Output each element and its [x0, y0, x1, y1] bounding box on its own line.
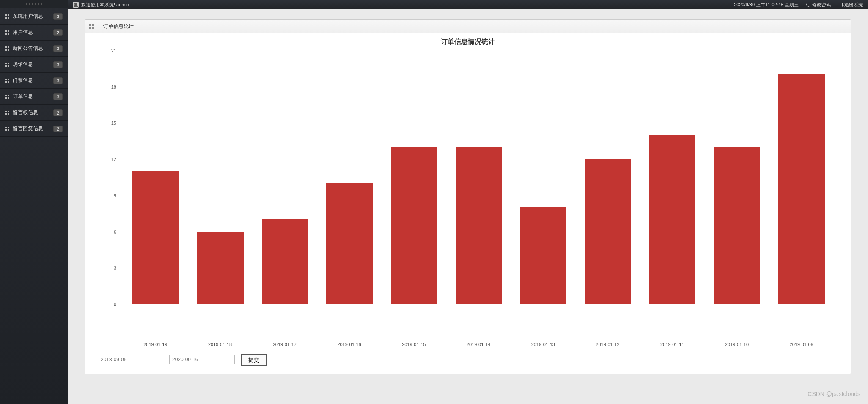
bar-slot — [446, 147, 511, 304]
x-label: 2019-01-18 — [188, 342, 253, 347]
y-axis: 036912151821 — [98, 51, 119, 304]
nav-item-label: 用户信息 — [13, 29, 53, 36]
watermark: CSDN @pastclouds — [808, 390, 860, 397]
bar-slot — [317, 183, 382, 304]
nav-item-label: 留言回复信息 — [13, 125, 53, 132]
grid-icon — [5, 30, 9, 35]
x-label: 2019-01-10 — [705, 342, 769, 347]
x-label: 2019-01-17 — [252, 342, 317, 347]
nav-item-label: 门票信息 — [13, 77, 53, 84]
logout-button[interactable]: 退出系统 — [838, 2, 863, 8]
grid-icon — [5, 79, 9, 83]
bar-slot — [511, 207, 576, 304]
grid-icon — [5, 14, 9, 19]
bar[interactable] — [778, 74, 825, 304]
y-tick: 21 — [111, 48, 116, 53]
nav-item-badge: 3 — [53, 61, 63, 68]
nav-item-label: 留言板信息 — [13, 109, 53, 116]
bar-slot — [188, 232, 253, 304]
nav-item-0[interactable]: 系统用户信息3 — [0, 8, 68, 25]
topbar: 欢迎使用本系统! admin 2020/9/30 上午11:02:48 星期三 … — [68, 0, 868, 9]
x-label: 2019-01-12 — [575, 342, 640, 347]
bar-slot — [253, 219, 317, 304]
x-axis: 2019-01-192019-01-182019-01-172019-01-16… — [119, 339, 838, 347]
chart-area: 订单信息情况统计 036912151821 2019-01-192019-01-… — [85, 33, 851, 374]
end-date-input[interactable] — [169, 355, 235, 364]
nav-item-3[interactable]: 场馆信息3 — [0, 57, 68, 73]
y-tick: 6 — [114, 229, 116, 235]
nav-item-label: 系统用户信息 — [13, 13, 53, 20]
bar[interactable] — [262, 219, 308, 304]
chart-canvas: 036912151821 — [98, 51, 838, 339]
nav-item-label: 订单信息 — [13, 93, 53, 100]
bar[interactable] — [456, 147, 502, 304]
y-tick: 3 — [114, 265, 116, 270]
app-root: 系统用户信息3用户信息2新闻公告信息3场馆信息3门票信息3订单信息3留言板信息2… — [0, 0, 868, 404]
panel: 订单信息统计 订单信息情况统计 036912151821 2019-01-192… — [85, 19, 851, 374]
x-label: 2019-01-13 — [511, 342, 575, 347]
welcome-text: 欢迎使用本系统! admin — [81, 2, 129, 8]
plot-area — [119, 51, 838, 304]
y-tick: 9 — [114, 193, 116, 198]
chart-title: 订单信息情况统计 — [98, 38, 838, 46]
bar-slot — [769, 74, 834, 304]
bar[interactable] — [326, 183, 373, 304]
filter-form: 提交 — [98, 347, 838, 366]
exit-icon — [838, 3, 843, 6]
bar[interactable] — [197, 232, 244, 304]
y-tick: 18 — [111, 85, 116, 90]
y-tick: 12 — [111, 157, 116, 162]
x-label: 2019-01-15 — [382, 342, 446, 347]
change-password-button[interactable]: 修改密码 — [806, 2, 831, 8]
nav-item-badge: 2 — [53, 29, 63, 36]
bar[interactable] — [520, 207, 566, 304]
x-label: 2019-01-16 — [317, 342, 382, 347]
start-date-input[interactable] — [98, 355, 163, 364]
bar-slot — [640, 135, 705, 304]
main-area: 欢迎使用本系统! admin 2020/9/30 上午11:02:48 星期三 … — [68, 0, 868, 404]
logout-label: 退出系统 — [844, 2, 863, 8]
nav-item-label: 场馆信息 — [13, 61, 53, 68]
grid-icon — [5, 127, 9, 131]
change-password-label: 修改密码 — [812, 2, 831, 8]
nav-item-badge: 2 — [53, 126, 63, 132]
bar[interactable] — [132, 171, 179, 304]
x-label: 2019-01-11 — [640, 342, 705, 347]
nav-item-label: 新闻公告信息 — [13, 45, 53, 52]
nav-item-badge: 2 — [53, 109, 63, 116]
bar-slot — [124, 171, 188, 304]
nav-item-7[interactable]: 留言回复信息2 — [0, 121, 68, 137]
content-area: 订单信息统计 订单信息情况统计 036912151821 2019-01-192… — [68, 9, 868, 404]
bar[interactable] — [714, 147, 760, 304]
sidebar: 系统用户信息3用户信息2新闻公告信息3场馆信息3门票信息3订单信息3留言板信息2… — [0, 0, 68, 404]
bar-slot — [705, 147, 769, 304]
y-tick: 0 — [114, 302, 116, 307]
bar[interactable] — [585, 159, 631, 304]
nav-item-6[interactable]: 留言板信息2 — [0, 105, 68, 121]
nav-item-1[interactable]: 用户信息2 — [0, 25, 68, 41]
grid-icon — [89, 24, 94, 29]
x-label: 2019-01-09 — [769, 342, 834, 347]
nav-item-4[interactable]: 门票信息3 — [0, 73, 68, 89]
x-label: 2019-01-14 — [446, 342, 511, 347]
submit-button[interactable]: 提交 — [241, 354, 267, 366]
nav-item-badge: 3 — [53, 93, 63, 100]
grid-icon — [5, 95, 9, 99]
y-tick: 15 — [111, 120, 116, 126]
nav-item-5[interactable]: 订单信息3 — [0, 89, 68, 105]
bar-slot — [382, 147, 447, 304]
grid-icon — [5, 46, 9, 51]
panel-header: 订单信息统计 — [85, 20, 851, 33]
x-label: 2019-01-19 — [123, 342, 188, 347]
nav-item-badge: 3 — [53, 77, 63, 84]
bar[interactable] — [649, 135, 696, 304]
nav-item-2[interactable]: 新闻公告信息3 — [0, 41, 68, 57]
bar[interactable] — [391, 147, 437, 304]
nav-item-badge: 3 — [53, 13, 63, 20]
gear-icon — [806, 3, 810, 7]
grid-icon — [5, 63, 9, 67]
datetime-text: 2020/9/30 上午11:02:48 星期三 — [734, 2, 799, 8]
sidebar-drag-handle[interactable] — [0, 0, 68, 8]
nav-item-badge: 3 — [53, 45, 63, 52]
user-icon — [73, 2, 79, 8]
